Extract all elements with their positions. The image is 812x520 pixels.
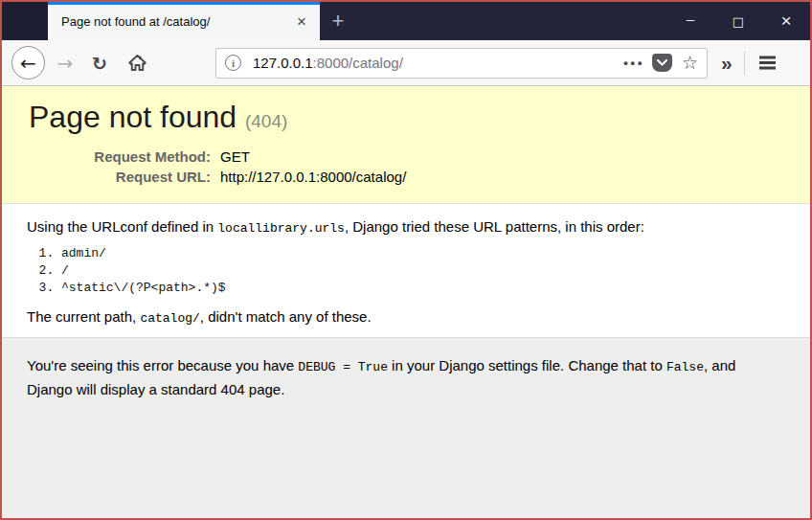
request-method-label: Request Method: [29,147,220,167]
current-path-message: The current path, catalog/, didn't match… [27,308,785,326]
titlebar-drag-space [356,2,666,40]
pocket-chevron-icon [657,59,667,66]
minimize-icon: – [687,11,694,27]
pocket-button[interactable] [652,54,672,72]
urlconf-intro: Using the URLconf defined in locallibrar… [27,218,785,236]
tab-title: Page not found at /catalog/ [61,14,291,29]
page-title: Page not found (404) [29,100,783,135]
window-controls: – □ × [666,2,810,40]
tab-page-not-found[interactable]: Page not found at /catalog/ × [48,2,320,40]
table-row: Request Method: GET [29,147,406,167]
current-path-post: , didn't match any of these. [200,308,372,325]
hamburger-icon [759,61,776,64]
site-info-icon[interactable]: i [225,55,241,71]
summary-section: Page not found (404) Request Method: GET… [2,86,810,204]
close-button[interactable]: × [762,2,810,40]
explanation-mid: in your Django settings file. Change tha… [388,357,666,373]
new-tab-button[interactable]: + [320,2,356,40]
home-button[interactable] [122,49,152,78]
toolbar-separator [744,51,745,75]
list-item: admin/ [61,245,785,262]
debug-true-code: DEBUG = True [298,360,388,374]
tab-bar: Page not found at /catalog/ × + – □ × [2,2,810,40]
debug-false-code: False [666,360,704,374]
table-row: Request URL: http://127.0.0.1:8000/catal… [29,167,406,187]
request-info-table: Request Method: GET Request URL: http://… [29,147,406,187]
debug-explanation-section: You're seeing this error because you hav… [2,337,810,518]
status-code: (404) [245,111,287,131]
menu-button[interactable] [757,57,778,68]
urlconf-intro-post: , Django tried these URL patterns, in th… [345,218,644,235]
url-host: 127.0.0.1 [253,55,313,71]
current-path-code: catalog/ [140,311,199,326]
request-url-value: http://127.0.0.1:8000/catalog/ [220,167,406,187]
url-text: 127.0.0.1:8000/catalog/ [253,55,620,71]
current-path-pre: The current path, [27,308,140,325]
page-title-text: Page not found [29,100,237,134]
debug-explanation-text: You're seeing this error because you hav… [27,354,785,400]
plus-icon: + [332,9,345,34]
explanation-pre: You're seeing this error because you hav… [27,357,298,373]
bookmark-star-icon[interactable]: ☆ [682,54,698,72]
url-patterns-section: Using the URLconf defined in locallibrar… [2,204,810,337]
tabbar-corner [2,2,48,40]
minimize-button[interactable]: – [666,2,714,40]
url-bar[interactable]: i 127.0.0.1:8000/catalog/ ●●● ☆ [215,48,708,79]
urlconf-module: locallibrary.urls [217,221,345,236]
page-actions-icon[interactable]: ●●● [623,58,644,68]
list-item: ^static\/(?P<path>.*)$ [61,280,785,297]
reload-button[interactable]: ↻ [85,49,114,78]
forward-button[interactable]: → [51,49,79,78]
urlconf-intro-pre: Using the URLconf defined in [27,218,217,235]
overflow-chevron-icon[interactable]: » [721,52,733,75]
tab-close-icon[interactable]: × [291,11,312,32]
reload-icon: ↻ [92,53,107,74]
forward-icon: → [57,52,74,75]
back-button[interactable]: ← [11,46,45,79]
url-path: :8000/catalog/ [313,55,403,71]
request-method-value: GET [220,147,406,167]
home-icon [127,54,147,73]
firefox-window: { "window": { "tab_title": "Page not fou… [0,0,812,520]
maximize-icon: □ [733,14,744,29]
back-icon: ← [20,52,36,75]
url-pattern-list: admin/ / ^static\/(?P<path>.*)$ [27,245,785,297]
navigation-toolbar: ← → ↻ i 127.0.0.1:8000/catalog/ ●●● ☆ » [2,40,810,86]
list-item: / [61,262,785,280]
maximize-button[interactable]: □ [714,2,762,40]
request-url-label: Request URL: [29,167,220,187]
close-icon: × [780,11,791,32]
